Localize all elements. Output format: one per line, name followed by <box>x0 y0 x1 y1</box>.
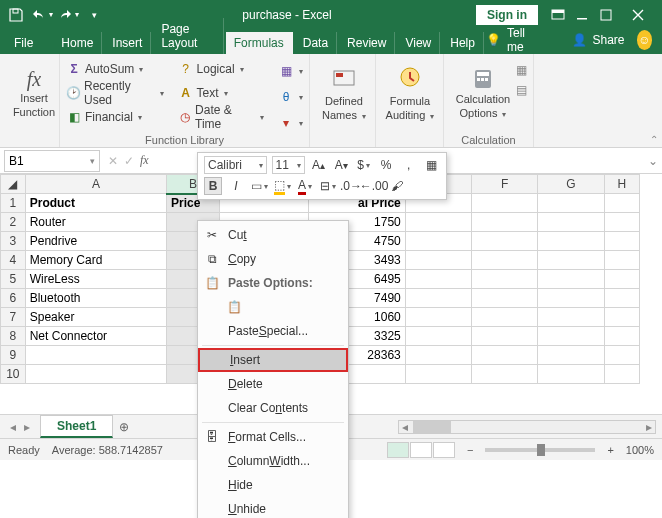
fx-icon[interactable]: fx <box>140 153 149 168</box>
ctx-clear-contents[interactable]: Clear Contents <box>198 396 348 420</box>
tab-file[interactable]: File <box>6 32 41 54</box>
row-header-9[interactable]: 9 <box>1 346 26 365</box>
more-functions-button[interactable]: ▾▾ <box>278 111 303 135</box>
decrease-font-icon[interactable]: A▾ <box>332 156 350 174</box>
row-header-4[interactable]: 4 <box>1 251 26 270</box>
row-header-1[interactable]: 1 <box>1 194 26 213</box>
feedback-icon[interactable]: ☺ <box>637 30 652 50</box>
tell-me-label[interactable]: Tell me <box>507 26 536 54</box>
ribbon-display-icon[interactable] <box>546 4 570 26</box>
percent-icon[interactable]: % <box>377 156 395 174</box>
col-header-A[interactable]: A <box>25 175 166 194</box>
name-box[interactable]: B1▾ <box>4 150 100 172</box>
text-button[interactable]: AText▾ <box>178 81 264 105</box>
col-header-G[interactable]: G <box>538 175 604 194</box>
row-header-2[interactable]: 2 <box>1 213 26 232</box>
page-layout-view-button[interactable] <box>410 442 432 458</box>
borders-icon[interactable]: ▦ <box>423 156 441 174</box>
sheet-prev-icon[interactable]: ◂ <box>10 420 16 434</box>
ctx-paste-default[interactable]: 📋 <box>198 295 348 319</box>
tab-home[interactable]: Home <box>53 32 102 54</box>
share-icon[interactable]: 👤 <box>572 33 587 47</box>
sheet-tab[interactable]: Sheet1 <box>40 415 113 438</box>
select-all[interactable]: ◢ <box>1 175 26 194</box>
save-icon[interactable] <box>4 4 28 26</box>
row-header-3[interactable]: 3 <box>1 232 26 251</box>
qat-customize-icon[interactable]: ▾ <box>82 4 106 26</box>
financial-button[interactable]: ◧Financial▾ <box>66 105 164 129</box>
tab-page-layout[interactable]: Page Layout <box>153 18 223 54</box>
calc-sheet-icon[interactable]: ▤ <box>516 83 527 97</box>
recently-used-button[interactable]: 🕑Recently Used▾ <box>66 81 164 105</box>
font-size-select[interactable]: 11▾ <box>272 156 305 174</box>
formula-auditing-button[interactable]: FormulaAuditing ▾ <box>382 57 438 129</box>
math-trig-button[interactable]: θ▾ <box>278 85 303 109</box>
ribbon: fx Insert Function ΣAutoSum▾ 🕑Recently U… <box>0 54 662 148</box>
calculation-options-button[interactable]: CalculationOptions ▾ <box>450 57 516 129</box>
ctx-hide[interactable]: Hide <box>198 473 348 497</box>
enter-formula-icon[interactable]: ✓ <box>124 154 134 168</box>
tab-formulas[interactable]: Formulas <box>226 32 293 54</box>
insert-function-button[interactable]: fx Insert Function <box>6 57 62 129</box>
date-time-button[interactable]: ◷Date & Time▾ <box>178 105 264 129</box>
col-header-H[interactable]: H <box>604 175 639 194</box>
tab-view[interactable]: View <box>397 32 440 54</box>
ctx-delete[interactable]: Delete <box>198 372 348 396</box>
ctx-format-cells[interactable]: 🗄Format Cells... <box>198 425 348 449</box>
decrease-decimal-icon[interactable]: .0→ <box>342 177 360 195</box>
normal-view-button[interactable] <box>387 442 409 458</box>
zoom-in-button[interactable]: + <box>607 444 613 456</box>
zoom-level[interactable]: 100% <box>626 444 654 456</box>
page-break-view-button[interactable] <box>433 442 455 458</box>
row-header-6[interactable]: 6 <box>1 289 26 308</box>
font-select[interactable]: Calibri▾ <box>204 156 267 174</box>
border-dropdown-icon[interactable]: ▭▾ <box>250 177 268 195</box>
fill-color-icon[interactable]: ⬚▾ <box>273 177 291 195</box>
font-color-icon[interactable]: A▾ <box>296 177 314 195</box>
tell-me-icon[interactable]: 💡 <box>486 33 501 47</box>
comma-icon[interactable]: , <box>400 156 418 174</box>
ctx-unhide[interactable]: Unhide <box>198 497 348 518</box>
tab-insert[interactable]: Insert <box>104 32 151 54</box>
increase-decimal-icon[interactable]: ←.00 <box>365 177 383 195</box>
bold-icon[interactable]: B <box>204 177 222 195</box>
lookup-ref-button[interactable]: ▦▾ <box>278 59 303 83</box>
collapse-ribbon-icon[interactable]: ⌃ <box>650 134 658 145</box>
ctx-insert[interactable]: Insert <box>198 348 348 372</box>
format-painter-icon[interactable]: 🖌 <box>388 177 406 195</box>
close-icon[interactable] <box>618 4 658 26</box>
zoom-out-button[interactable]: − <box>467 444 473 456</box>
accounting-format-icon[interactable]: $▾ <box>355 156 373 174</box>
merge-icon[interactable]: ⊟▾ <box>319 177 337 195</box>
zoom-slider[interactable] <box>485 448 595 452</box>
logical-button[interactable]: ?Logical▾ <box>178 57 264 81</box>
row-header-8[interactable]: 8 <box>1 327 26 346</box>
sheet-next-icon[interactable]: ▸ <box>24 420 30 434</box>
minimize-icon[interactable] <box>570 4 594 26</box>
cancel-formula-icon[interactable]: ✕ <box>108 154 118 168</box>
maximize-icon[interactable] <box>594 4 618 26</box>
horizontal-scrollbar[interactable]: ◂▸ <box>398 420 656 434</box>
autosum-button[interactable]: ΣAutoSum▾ <box>66 57 164 81</box>
ctx-cut[interactable]: ✂Cut <box>198 223 348 247</box>
share-label[interactable]: Share <box>593 33 625 47</box>
ctx-column-width[interactable]: Column Width... <box>198 449 348 473</box>
defined-names-button[interactable]: DefinedNames ▾ <box>316 57 372 129</box>
undo-icon[interactable]: ▾ <box>30 4 54 26</box>
row-header-10[interactable]: 10 <box>1 365 26 384</box>
calc-now-icon[interactable]: ▦ <box>516 63 527 77</box>
expand-formula-bar-icon[interactable]: ⌄ <box>644 154 662 168</box>
row-header-5[interactable]: 5 <box>1 270 26 289</box>
col-header-F[interactable]: F <box>472 175 538 194</box>
new-sheet-button[interactable]: ⊕ <box>113 420 135 434</box>
sign-in-button[interactable]: Sign in <box>476 5 538 25</box>
italic-icon[interactable]: I <box>227 177 245 195</box>
row-header-7[interactable]: 7 <box>1 308 26 327</box>
increase-font-icon[interactable]: A▴ <box>310 156 328 174</box>
tab-review[interactable]: Review <box>339 32 395 54</box>
ctx-paste-special[interactable]: Paste Special... <box>198 319 348 343</box>
ctx-copy[interactable]: ⧉Copy <box>198 247 348 271</box>
tab-help[interactable]: Help <box>442 32 484 54</box>
redo-icon[interactable]: ▾ <box>56 4 80 26</box>
tab-data[interactable]: Data <box>295 32 337 54</box>
